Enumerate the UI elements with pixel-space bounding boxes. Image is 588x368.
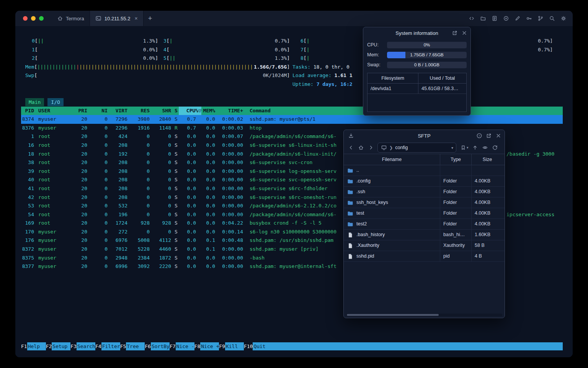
filesystem-table-header: Filesystem Used / Total bbox=[368, 73, 466, 84]
chevron-down-icon[interactable]: ▾ bbox=[451, 146, 453, 150]
parent-directory-button[interactable] bbox=[472, 145, 479, 151]
file-row-.Xauthority[interactable]: .XauthorityXauthority58 B bbox=[344, 240, 505, 251]
file-type: Folder bbox=[440, 187, 471, 197]
fkey-F8[interactable]: F8 bbox=[194, 342, 201, 350]
branch-icon[interactable] bbox=[537, 15, 544, 22]
column-header-pid[interactable]: PID bbox=[21, 107, 34, 115]
external-link-icon[interactable] bbox=[485, 133, 492, 139]
process-row-8374[interactable]: 8374myuser200729639802840S0.70.00:00.02s… bbox=[21, 115, 563, 124]
panel-title-bar[interactable]: SFTP ? bbox=[344, 130, 505, 141]
file-name: .Xauthority bbox=[356, 240, 379, 251]
fkey-F6[interactable]: F6 bbox=[145, 342, 151, 350]
fkey-F9[interactable]: F9 bbox=[219, 342, 225, 350]
column-header-cpu[interactable]: CPU%▽ bbox=[179, 107, 201, 115]
fkey-label-F1[interactable]: Help bbox=[27, 342, 46, 350]
tab-host-10-211-55-2[interactable]: 10.211.55.2 × bbox=[90, 11, 144, 26]
load-average-status: Load average: 1.61 1 bbox=[292, 71, 362, 80]
uptime-status: Uptime: 7 days, 16:2 bbox=[292, 80, 362, 89]
close-window-button[interactable] bbox=[23, 16, 28, 21]
column-header-virt[interactable]: VIRT bbox=[108, 107, 127, 115]
fkey-label-F3[interactable]: Search bbox=[77, 342, 95, 350]
file-row-..[interactable]: .. bbox=[344, 165, 505, 176]
forward-button[interactable] bbox=[368, 145, 374, 151]
key-icon[interactable] bbox=[526, 15, 532, 22]
file-size: 4.00KB bbox=[471, 208, 503, 219]
htop-tab-io[interactable]: I/O bbox=[47, 98, 63, 106]
home-button[interactable] bbox=[358, 145, 364, 151]
file-row-test[interactable]: testFolder4.00KB bbox=[344, 208, 505, 219]
file-row-sshd.pid[interactable]: sshd.pidpid4 B bbox=[344, 251, 505, 262]
fkey-label-F6[interactable]: SortBy bbox=[151, 342, 170, 350]
stat-bar: 1.75GB / 7.65GB bbox=[387, 52, 467, 58]
horizontal-scrollbar[interactable] bbox=[346, 314, 502, 316]
new-tab-button[interactable]: + bbox=[144, 14, 157, 23]
fkey-label-F4[interactable]: Filter bbox=[101, 342, 120, 350]
fkey-F4[interactable]: F4 bbox=[95, 342, 101, 350]
download-icon[interactable] bbox=[348, 133, 354, 139]
stat-row-swap: Swap:0 B / 1.00GB bbox=[363, 60, 470, 70]
fkey-F3[interactable]: F3 bbox=[70, 342, 77, 350]
scrollbar-thumb[interactable] bbox=[347, 314, 439, 316]
path-breadcrumb[interactable]: ❯ config ▾ bbox=[377, 143, 456, 153]
minimize-window-button[interactable] bbox=[31, 16, 36, 21]
close-tab-icon[interactable]: × bbox=[134, 15, 137, 21]
sftp-toolbar: ❯ config ▾ ▾ bbox=[344, 141, 505, 154]
column-header-pri[interactable]: PRI bbox=[71, 107, 87, 115]
fkey-label-F8[interactable]: Nice + bbox=[200, 342, 219, 350]
column-filename[interactable]: Filename bbox=[344, 154, 440, 165]
help-icon[interactable]: ? bbox=[476, 133, 482, 139]
fkey-label-F5[interactable]: Tree bbox=[126, 342, 145, 350]
search-icon[interactable] bbox=[549, 15, 555, 22]
fkey-F10[interactable]: F10 bbox=[244, 342, 253, 350]
folder-icon[interactable] bbox=[480, 15, 486, 22]
macro-record-icon[interactable] bbox=[503, 15, 509, 22]
column-header-time[interactable]: TIME+ bbox=[215, 107, 243, 115]
file-table-header[interactable]: Filename Type Size bbox=[344, 154, 505, 165]
close-icon[interactable] bbox=[495, 133, 501, 139]
settings-gear-icon[interactable] bbox=[560, 15, 567, 22]
fkey-label-F10[interactable]: Quit bbox=[253, 342, 271, 350]
code-icon[interactable] bbox=[468, 15, 475, 22]
edit-icon[interactable] bbox=[514, 15, 521, 22]
fkey-label-F2[interactable]: Setup bbox=[52, 342, 70, 350]
filesystem-usage: 45.61GB / 58.3… bbox=[418, 84, 466, 94]
file-type: bash_hi… bbox=[440, 230, 471, 240]
column-header-s[interactable]: S bbox=[173, 107, 179, 115]
fkey-F1[interactable]: F1 bbox=[21, 342, 27, 350]
file-row-test2[interactable]: test2Folder4.00KB bbox=[344, 219, 505, 230]
column-header-ni[interactable]: NI bbox=[87, 107, 108, 115]
file-row-.ssh[interactable]: .sshFolder4.00KB bbox=[344, 187, 505, 197]
column-header-cmd[interactable]: Command bbox=[250, 107, 271, 115]
close-icon[interactable] bbox=[461, 30, 467, 36]
fkey-label-F7[interactable]: Nice - bbox=[176, 342, 194, 350]
external-link-icon[interactable] bbox=[451, 30, 458, 36]
column-header-res[interactable]: RES bbox=[127, 107, 150, 115]
show-hidden-files-button[interactable] bbox=[482, 145, 488, 151]
column-header-mem[interactable]: MEM% bbox=[201, 107, 215, 115]
zoom-window-button[interactable] bbox=[39, 16, 44, 21]
refresh-button[interactable] bbox=[492, 145, 498, 151]
traffic-lights bbox=[15, 16, 51, 21]
stat-row-cpu: CPU:0% bbox=[363, 40, 470, 50]
column-type[interactable]: Type bbox=[440, 154, 471, 165]
back-button[interactable] bbox=[348, 145, 354, 151]
file-size: 4.00KB bbox=[471, 197, 503, 208]
panel-title-bar[interactable]: System information bbox=[363, 27, 470, 39]
file-row-.config[interactable]: .configFolder4.00KB bbox=[344, 176, 505, 187]
swap-meter-line: Swp[0K/1024M] Load average: 1.61 1 bbox=[21, 71, 573, 80]
filesystem-row[interactable]: /dev/vda1 45.61GB / 58.3… bbox=[368, 84, 466, 94]
process-table-header[interactable]: PIDUSERPRINIVIRTRESSHRSCPU%▽MEM%TIME+Com… bbox=[21, 107, 563, 115]
log-icon[interactable] bbox=[491, 15, 498, 22]
tab-termora[interactable]: Termora bbox=[51, 11, 90, 26]
column-header-user[interactable]: USER bbox=[38, 107, 71, 115]
bookmarks-button[interactable]: ▾ bbox=[460, 145, 469, 151]
file-row-ssh_host_keys[interactable]: ssh_host_keysFolder4.00KB bbox=[344, 197, 505, 208]
file-row-.bash_history[interactable]: .bash_historybash_hi…1.60KB bbox=[344, 230, 505, 240]
column-size[interactable]: Size bbox=[471, 154, 503, 165]
fkey-label-F9[interactable]: Kill bbox=[225, 342, 244, 350]
fkey-F2[interactable]: F2 bbox=[46, 342, 52, 350]
fkey-F5[interactable]: F5 bbox=[120, 342, 126, 350]
column-header-shr[interactable]: SHR bbox=[150, 107, 171, 115]
file-list: ...configFolder4.00KB.sshFolder4.00KBssh… bbox=[344, 165, 505, 262]
fkey-F7[interactable]: F7 bbox=[170, 342, 176, 350]
